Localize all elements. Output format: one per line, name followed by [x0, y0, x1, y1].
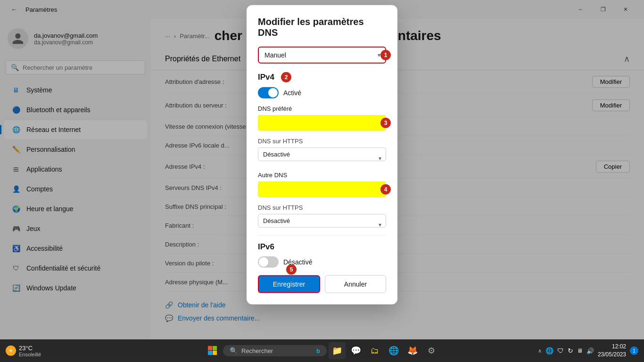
ipv6-label: IPv6	[258, 242, 274, 252]
ipv4-section-header: IPv4 2	[258, 72, 386, 82]
autre-dns-input[interactable]	[258, 181, 386, 197]
weather-temp: 23°C	[19, 345, 41, 352]
search-taskbar-label: Rechercher	[241, 347, 273, 354]
step-badge-3: 3	[380, 118, 391, 128]
start-button[interactable]	[204, 342, 221, 359]
dns-prefere-row: 3	[258, 115, 386, 131]
taskbar: ☀ 23°C Ensoleillé 🔍 Rechercher b 📁	[0, 339, 644, 362]
volume-icon: 🔊	[586, 347, 594, 354]
step-badge-4: 4	[380, 184, 391, 195]
dns-prefere-input[interactable]	[258, 115, 386, 131]
dns-https-label-1: DNS sur HTTPS	[258, 138, 386, 145]
svg-rect-1	[213, 346, 217, 350]
dns-type-row: Manuel Automatique (DHCP) ▾ 1	[258, 47, 386, 64]
display-icon: 🖥	[577, 347, 583, 354]
chevron-up-icon[interactable]: ∧	[538, 348, 542, 354]
security-tray-icon: 🛡	[557, 347, 564, 354]
taskbar-search[interactable]: 🔍 Rechercher b	[223, 345, 327, 356]
toggle-thumb	[268, 88, 278, 98]
sync-icon: ↻	[568, 347, 573, 354]
ipv6-section: IPv6 Désactivé	[258, 235, 386, 268]
ipv4-label: IPv4	[258, 73, 274, 82]
taskbar-settings[interactable]: ⚙	[423, 342, 440, 359]
svg-rect-2	[208, 351, 212, 355]
time-display: 12:02	[598, 343, 626, 351]
svg-rect-0	[208, 346, 212, 350]
step-badge-5: 5	[286, 264, 297, 275]
dns-https-label-2: DNS sur HTTPS	[258, 204, 386, 211]
dialog-footer: Enregistrer Annuler 5	[258, 275, 386, 293]
svg-rect-3	[213, 351, 217, 355]
taskbar-explorer[interactable]: 🗂	[366, 342, 383, 359]
ipv6-toggle-thumb	[259, 257, 268, 267]
ipv4-toggle[interactable]	[258, 87, 279, 99]
dns-dropdown-wrapper: Manuel Automatique (DHCP) ▾	[258, 47, 386, 64]
ipv4-toggle-label: Activé	[283, 89, 301, 97]
taskbar-edge[interactable]: 🌐	[385, 342, 402, 359]
notification-badge[interactable]: 1	[630, 346, 638, 355]
ipv6-toggle-label: Désactivé	[283, 258, 312, 266]
step-badge-2: 2	[281, 72, 291, 82]
weather-icon: ☀	[6, 346, 16, 356]
dialog-overlay: Modifier les paramètres DNS Manuel Autom…	[0, 0, 644, 339]
ipv4-toggle-row: Activé	[258, 87, 386, 99]
network-tray-icon: 🌐	[545, 347, 553, 354]
ipv6-section-header: IPv6	[258, 242, 386, 252]
bing-icon: b	[316, 347, 320, 354]
taskbar-firefox[interactable]: 🦊	[404, 342, 421, 359]
dns-https-select-2[interactable]: Désactivé Activé	[258, 214, 386, 228]
ipv6-toggle[interactable]	[258, 256, 279, 268]
dns-https-select-wrapper-1: Désactivé Activé ▾	[258, 148, 386, 169]
cancel-button[interactable]: Annuler	[325, 275, 386, 293]
search-taskbar-icon: 🔍	[230, 347, 238, 354]
save-button[interactable]: Enregistrer	[258, 275, 320, 293]
dns-prefere-label: DNS préféré	[258, 105, 386, 112]
taskbar-center: 🔍 Rechercher b 📁 💬 🗂 🌐 🦊 ⚙	[204, 342, 440, 359]
dns-dialog: Modifier les paramètres DNS Manuel Autom…	[247, 5, 397, 304]
weather-widget: ☀ 23°C Ensoleillé	[6, 345, 41, 357]
date-display: 23/05/2023	[598, 351, 626, 359]
weather-info: 23°C Ensoleillé	[19, 345, 41, 357]
dns-https-select-wrapper-2: Désactivé Activé ▾	[258, 214, 386, 235]
autre-dns-label: Autre DNS	[258, 172, 386, 179]
ipv6-toggle-row: Désactivé	[258, 256, 386, 268]
weather-desc: Ensoleillé	[19, 352, 41, 357]
step-badge-1: 1	[380, 50, 391, 60]
autre-dns-row: 4	[258, 181, 386, 197]
taskbar-folder[interactable]: 📁	[329, 342, 346, 359]
dns-type-select[interactable]: Manuel Automatique (DHCP)	[258, 47, 386, 64]
taskbar-right: ∧ 🌐 🛡 ↻ 🖥 🔊 12:02 23/05/2023 1	[538, 343, 638, 359]
taskbar-chat[interactable]: 💬	[347, 342, 364, 359]
taskbar-left: ☀ 23°C Ensoleillé	[6, 345, 41, 357]
dialog-title: Modifier les paramètres DNS	[258, 16, 386, 38]
dns-https-select-1[interactable]: Désactivé Activé	[258, 148, 386, 161]
time-block[interactable]: 12:02 23/05/2023	[598, 343, 626, 359]
